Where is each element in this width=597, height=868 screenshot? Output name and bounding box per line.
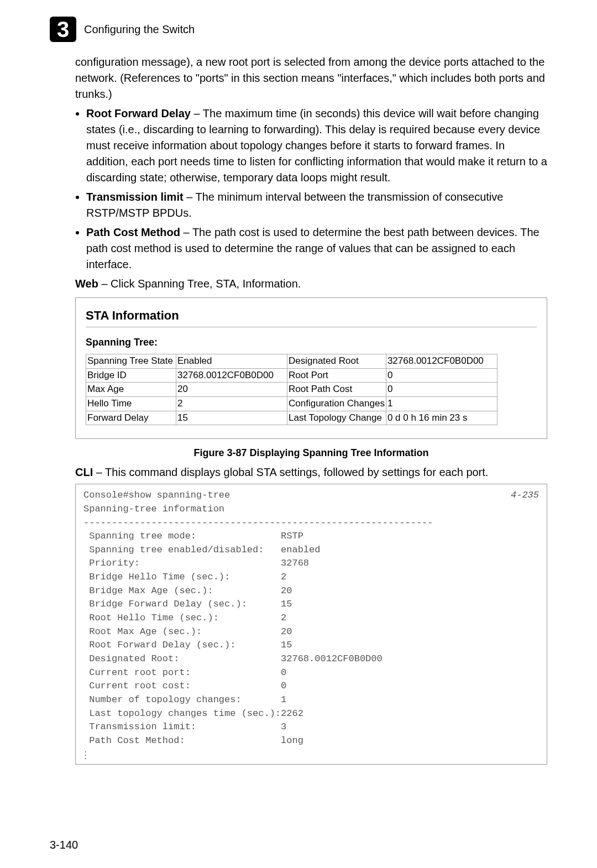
cell-value: 0 [386, 383, 497, 397]
cell-label: Spanning Tree State [86, 354, 176, 368]
cli-lead: CLI – This command displays global STA s… [75, 464, 547, 480]
table-row: Max Age 20 Root Path Cost 0 [86, 383, 498, 397]
bullet-list: Root Forward Delay – The maximum time (i… [75, 106, 547, 273]
term: Path Cost Method [86, 226, 180, 238]
cli-output-box: Console#show spanning-tree 4-235 Spannin… [75, 484, 547, 765]
lead-fragment: configuration message), a new root port … [75, 54, 547, 102]
cell-label: Configuration Changes [287, 396, 386, 411]
list-item: Root Forward Delay – The maximum time (i… [86, 106, 547, 186]
web-ui-figure: STA Information Spanning Tree: Spanning … [75, 297, 547, 439]
sta-table: Spanning Tree State Enabled Designated R… [86, 354, 498, 425]
cli-lead-bold: CLI [75, 466, 93, 478]
page-header: 3 Configuring the Switch [50, 17, 547, 42]
cell-label: Hello Time [86, 396, 176, 411]
list-item: Path Cost Method – The path cost is used… [86, 224, 547, 273]
cell-value: 0 [386, 368, 497, 383]
table-row: Spanning Tree State Enabled Designated R… [86, 354, 498, 368]
cell-label: Bridge ID [86, 368, 176, 383]
table-row: Forward Delay 15 Last Topology Change 0 … [86, 411, 498, 425]
cell-label: Last Topology Change [287, 411, 386, 425]
body-content: configuration message), a new root port … [75, 54, 547, 765]
cell-value: 32768.0012CF0B0D00 [176, 368, 287, 383]
cell-label: Root Port [287, 368, 386, 383]
divider [86, 327, 537, 327]
page-number: 3-140 [50, 839, 78, 851]
cli-lead-rest: – This command displays global STA setti… [93, 466, 488, 478]
cell-value: 20 [176, 383, 287, 397]
list-item: Transmission limit – The minimum interva… [86, 189, 547, 221]
cell-value: 2 [176, 396, 287, 411]
web-lead-rest: – Click Spanning Tree, STA, Information. [98, 278, 301, 290]
document-page: 3 Configuring the Switch configuration m… [0, 0, 597, 868]
figure-caption: Figure 3-87 Displaying Spanning Tree Inf… [75, 446, 547, 460]
cell-value: 32768.0012CF0B0D00 [386, 354, 497, 368]
cell-value: 1 [386, 396, 497, 411]
table-row: Bridge ID 32768.0012CF0B0D00 Root Port 0 [86, 368, 498, 383]
cli-output: Spanning-tree information --------------… [83, 503, 539, 748]
web-lead-bold: Web [75, 278, 98, 290]
cell-value: 0 d 0 h 16 min 23 s [386, 411, 497, 425]
cell-label: Designated Root [287, 354, 386, 368]
cell-label: Root Path Cost [287, 383, 386, 397]
cell-value: 15 [176, 411, 287, 425]
ellipsis-icon: ... [83, 750, 539, 760]
chapter-title: Configuring the Switch [84, 23, 195, 36]
web-box-title: STA Information [86, 307, 537, 325]
cell-label: Max Age [86, 383, 176, 397]
cli-first-line: Console#show spanning-tree 4-235 [83, 489, 539, 503]
cli-reference: 4-235 [511, 489, 539, 503]
cell-value: Enabled [176, 354, 287, 368]
web-box-subtitle: Spanning Tree: [86, 335, 537, 349]
cell-label: Forward Delay [86, 411, 176, 425]
web-lead: Web – Click Spanning Tree, STA, Informat… [75, 276, 547, 292]
table-row: Hello Time 2 Configuration Changes 1 [86, 396, 498, 411]
chapter-number-badge: 3 [50, 17, 76, 42]
cli-command: Console#show spanning-tree [83, 489, 230, 503]
term: Root Forward Delay [86, 107, 191, 119]
term: Transmission limit [86, 191, 184, 203]
